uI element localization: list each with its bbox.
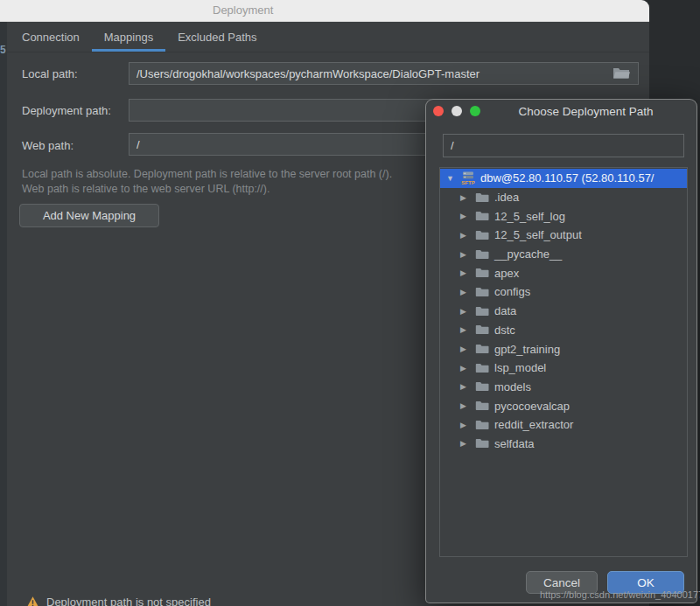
- tree-folder-row[interactable]: ▶ models: [440, 378, 687, 397]
- chevron-right-icon[interactable]: ▶: [460, 250, 471, 259]
- browse-folder-button[interactable]: [612, 66, 630, 81]
- folder-name: 12_5_self_output: [494, 228, 582, 241]
- chevron-right-icon[interactable]: ▶: [460, 364, 471, 373]
- modal-title: Choose Deployment Path: [480, 105, 691, 118]
- tab-excluded-paths[interactable]: Excluded Paths: [165, 22, 269, 52]
- tree-folder-row[interactable]: ▶ 12_5_self_output: [440, 226, 687, 245]
- folder-icon: [475, 266, 489, 280]
- tab-bar: Connection Mappings Excluded Paths: [0, 22, 649, 52]
- folder-name: dstc: [494, 324, 515, 337]
- folder-name: lsp_model: [494, 361, 546, 374]
- folder-icon: [475, 418, 489, 432]
- tree-folder-row[interactable]: ▶ __pycache__: [440, 245, 687, 264]
- deployment-path-field[interactable]: [443, 134, 684, 157]
- modal-titlebar[interactable]: Choose Deployment Path: [426, 100, 696, 124]
- folder-name: apex: [494, 267, 519, 280]
- folder-icon: [475, 285, 489, 299]
- tree-folder-row[interactable]: ▶ lsp_model: [440, 359, 687, 378]
- folder-icon: [475, 247, 489, 261]
- folder-name: reddit_extractor: [494, 418, 573, 431]
- chevron-right-icon[interactable]: ▶: [460, 288, 471, 296]
- tree-folder-row[interactable]: ▶ .idea: [440, 188, 687, 207]
- folder-icon: [475, 380, 489, 394]
- chevron-right-icon[interactable]: ▶: [460, 212, 471, 220]
- svg-text:SFTP: SFTP: [461, 180, 474, 185]
- chevron-right-icon[interactable]: ▶: [460, 193, 471, 202]
- validation-warning: Deployment path is not specified: [26, 596, 211, 606]
- window-titlebar[interactable]: Deployment: [0, 0, 649, 22]
- folder-name: gpt2_training: [494, 343, 560, 356]
- tab-mappings[interactable]: Mappings: [92, 22, 165, 52]
- folder-icon: [475, 228, 489, 242]
- local-path-label: Local path:: [22, 67, 78, 80]
- close-window-icon[interactable]: [433, 106, 444, 116]
- tree-folder-row[interactable]: ▶ data: [440, 302, 687, 321]
- chevron-right-icon[interactable]: ▶: [460, 231, 471, 240]
- tree-folder-row[interactable]: ▶ apex: [440, 263, 687, 282]
- help-text-line2: Web path is relative to the web server U…: [22, 183, 270, 195]
- folder-open-icon: [612, 66, 630, 80]
- folder-name: data: [494, 304, 516, 317]
- add-new-mapping-button[interactable]: Add New Mapping: [19, 204, 159, 227]
- zoom-window-icon[interactable]: [470, 106, 480, 116]
- folder-icon: [475, 209, 489, 223]
- tree-folder-row[interactable]: ▶ pycocoevalcap: [440, 396, 687, 415]
- server-root-label: dbw@52.80.110.57 (52.80.110.57/: [480, 171, 654, 185]
- gutter-line-number: 5: [0, 44, 6, 56]
- folder-icon: [475, 191, 489, 205]
- chevron-right-icon[interactable]: ▶: [460, 268, 471, 277]
- chevron-right-icon[interactable]: ▶: [460, 421, 471, 429]
- folder-name: configs: [494, 285, 530, 298]
- chevron-right-icon[interactable]: ▶: [460, 307, 471, 316]
- folder-icon: [475, 342, 489, 356]
- folder-icon: [475, 304, 489, 318]
- folder-name: models: [494, 380, 531, 394]
- minimize-window-icon[interactable]: [452, 106, 462, 116]
- tree-folder-row[interactable]: ▶ configs: [440, 282, 687, 302]
- sftp-server-icon: SFTP: [461, 171, 475, 185]
- tree-folder-row[interactable]: ▶ dstc: [440, 321, 687, 340]
- chevron-right-icon[interactable]: ▶: [460, 345, 471, 353]
- folder-name: 12_5_self_log: [494, 210, 565, 223]
- web-path-label: Web path:: [22, 139, 74, 152]
- chevron-right-icon[interactable]: ▶: [460, 439, 471, 448]
- editor-gutter-strip: 5: [0, 22, 7, 606]
- folder-name: __pycache__: [494, 247, 562, 261]
- help-text-line1: Local path is absolute. Deployment path …: [22, 168, 392, 180]
- tree-folder-row[interactable]: ▶ reddit_extractor: [440, 415, 687, 435]
- window-title: Deployment: [213, 3, 273, 17]
- tree-folder-row[interactable]: ▶ 12_5_self_log: [440, 206, 687, 226]
- chevron-right-icon[interactable]: ▶: [460, 401, 471, 410]
- folder-name: .idea: [494, 191, 519, 204]
- warning-text: Deployment path is not specified: [46, 596, 211, 606]
- folder-icon: [475, 436, 489, 450]
- chevron-down-icon[interactable]: ▼: [446, 174, 457, 183]
- folder-name: selfdata: [494, 437, 535, 450]
- local-path-input[interactable]: [129, 62, 639, 85]
- chevron-right-icon[interactable]: ▶: [460, 325, 471, 334]
- tab-connection[interactable]: Connection: [10, 22, 92, 52]
- warning-icon: [26, 596, 39, 606]
- chevron-right-icon[interactable]: ▶: [460, 382, 471, 391]
- folder-icon: [475, 361, 489, 375]
- remote-file-tree[interactable]: ▼ SFTP dbw@52.80.110.57 (52.80.110.57/ ▶…: [439, 167, 688, 557]
- watermark-text: https://blog.csdn.net/weixin_40400177: [540, 589, 700, 600]
- tree-folder-row[interactable]: ▶ selfdata: [440, 435, 687, 454]
- folder-icon: [475, 399, 489, 413]
- tree-root-server-row[interactable]: ▼ SFTP dbw@52.80.110.57 (52.80.110.57/: [440, 169, 687, 188]
- choose-deployment-path-dialog: Choose Deployment Path ▼ SFTP dbw@52.80.…: [425, 99, 697, 603]
- tree-folder-row[interactable]: ▶ gpt2_training: [440, 339, 687, 359]
- folder-icon: [475, 323, 489, 337]
- deployment-path-label: Deployment path:: [22, 104, 111, 117]
- folder-name: pycocoevalcap: [494, 400, 570, 413]
